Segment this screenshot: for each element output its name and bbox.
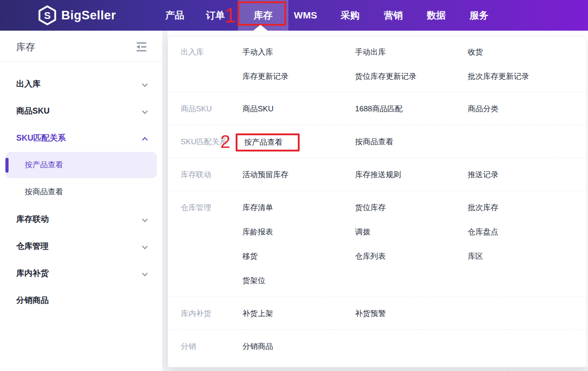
sidebar-item-distribution-goods[interactable]: 分销商品 <box>0 287 162 314</box>
background-table-line <box>507 367 507 371</box>
megamenu-section-warehouse-management: 仓库管理 库存清单 货位库存 批次库存 库龄报表 调拨 仓库盘点 移货 仓库列表… <box>168 191 586 297</box>
logo[interactable]: S BigSeller <box>38 0 116 31</box>
sidebar-item-replenishment[interactable]: 库内补货 <box>0 260 162 287</box>
megamenu-item-batch-stock[interactable]: 批次库存 <box>468 201 586 215</box>
megamenu-item-activity-reserved-stock[interactable]: 活动预留库存 <box>242 168 355 182</box>
selected-item-accent-bar <box>5 158 9 173</box>
megamenu-item-replenishment-shelving[interactable]: 补货上架 <box>242 307 355 321</box>
sidebar-item-inbound-outbound[interactable]: 出入库 <box>0 70 162 97</box>
megamenu-section-distribution: 分销 分销商品 <box>168 330 586 367</box>
megamenu-item-batch-stock-update-records[interactable]: 批次库存更新记录 <box>468 70 586 83</box>
annotation-box-2: 按产品查看 <box>236 133 300 151</box>
section-label: 分销 <box>168 340 242 353</box>
megamenu-item-warehouse-area[interactable]: 库区 <box>468 250 586 263</box>
section-label: SKU匹配关系 <box>168 135 242 149</box>
sidebar-item-warehouse-management[interactable]: 仓库管理 <box>0 233 162 260</box>
sidebar-item-stock-linkage[interactable]: 库存联动 <box>0 206 162 233</box>
megamenu-item-stock-update-records[interactable]: 库存更新记录 <box>242 70 355 83</box>
top-nav: S BigSeller 产品 订单 库存 WMS 采购 营销 数据 服务 1 <box>0 0 588 31</box>
sidebar-title: 库存 <box>16 41 35 53</box>
section-label: 库内补货 <box>168 307 242 321</box>
chevron-down-icon <box>142 270 148 276</box>
nav-item-data[interactable]: 数据 <box>424 0 449 31</box>
megamenu-item-warehouse-list[interactable]: 仓库列表 <box>355 250 468 263</box>
sidebar-item-product-sku[interactable]: 商品SKU <box>0 97 162 124</box>
section-label: 商品SKU <box>168 102 242 116</box>
megamenu-item-product-category[interactable]: 商品分类 <box>468 102 586 116</box>
nav-item-services[interactable]: 服务 <box>466 0 492 31</box>
megamenu-item-stock-age-report[interactable]: 库龄报表 <box>242 225 355 239</box>
megamenu-item-slot-stock-update-records[interactable]: 货位库存更新记录 <box>355 70 468 83</box>
megamenu-item-distribution-goods[interactable]: 分销商品 <box>242 340 355 353</box>
sidebar: 库存 出入库 商品SKU SKU匹配关系 按产品查看 <box>0 31 162 371</box>
megamenu-item-move-goods[interactable]: 移货 <box>242 250 355 263</box>
megamenu-section-stock-linkage: 库存联动 活动预留库存 库存推送规则 推送记录 <box>168 158 586 191</box>
chevron-down-icon <box>142 216 148 222</box>
section-label: 库存联动 <box>168 168 242 182</box>
megamenu-item-stock-push-rules[interactable]: 库存推送规则 <box>355 168 468 182</box>
megamenu-item-replenishment-alert[interactable]: 补货预警 <box>355 307 468 321</box>
megamenu-item-slot-stock[interactable]: 货位库存 <box>355 201 468 215</box>
nav-item-purchase[interactable]: 采购 <box>337 0 363 31</box>
nav-item-products[interactable]: 产品 <box>162 0 187 31</box>
megamenu-section-sku-matching: SKU匹配关系 按产品查看 按商品查看 2 <box>168 125 586 158</box>
sidebar-header: 库存 <box>0 31 162 62</box>
nav-item-wms[interactable]: WMS <box>291 0 320 31</box>
chevron-down-icon <box>142 243 148 249</box>
megamenu-section-product-sku: 商品SKU 商品SKU 1688商品匹配 商品分类 <box>168 92 586 125</box>
background-table-line <box>408 367 408 371</box>
section-label: 出入库 <box>168 46 242 83</box>
chevron-up-icon <box>142 137 148 143</box>
inventory-mega-menu: 出入库 手动入库 手动出库 收货 库存更新记录 货位库存更新记录 批次库存更新记… <box>168 36 587 367</box>
dropdown-arrow-icon <box>253 25 268 31</box>
svg-text:S: S <box>44 10 51 21</box>
chevron-down-icon <box>142 108 148 114</box>
bigseller-logo-icon: S <box>38 5 57 26</box>
sidebar-subitem-view-by-goods[interactable]: 按商品查看 <box>0 179 162 206</box>
page-background-gap <box>162 31 168 371</box>
megamenu-item-push-records[interactable]: 推送记录 <box>468 168 586 182</box>
megamenu-item-stocktaking[interactable]: 仓库盘点 <box>468 225 586 239</box>
page-background-bottom <box>162 367 588 371</box>
megamenu-item-manual-inbound[interactable]: 手动入库 <box>242 46 355 59</box>
megamenu-section-inbound-outbound: 出入库 手动入库 手动出库 收货 库存更新记录 货位库存更新记录 批次库存更新记… <box>168 37 586 92</box>
megamenu-section-replenishment: 库内补货 补货上架 补货预警 <box>168 297 586 330</box>
sidebar-menu: 出入库 商品SKU SKU匹配关系 按产品查看 按商品查看 库存联动 仓库管理 <box>0 62 162 314</box>
megamenu-item-1688-matching[interactable]: 1688商品匹配 <box>355 102 468 116</box>
megamenu-item-stock-list[interactable]: 库存清单 <box>242 201 355 215</box>
sidebar-subitem-view-by-product[interactable]: 按产品查看 <box>0 151 162 179</box>
collapse-sidebar-icon[interactable] <box>134 41 149 53</box>
megamenu-item-view-by-goods[interactable]: 按商品查看 <box>355 135 468 149</box>
nav-item-marketing[interactable]: 营销 <box>381 0 406 31</box>
logo-text: BigSeller <box>61 9 116 23</box>
megamenu-item-shelf-slot[interactable]: 货架位 <box>242 274 355 288</box>
nav-item-orders[interactable]: 订单 <box>203 0 228 31</box>
chevron-down-icon <box>142 81 148 87</box>
megamenu-item-receiving[interactable]: 收货 <box>468 46 586 59</box>
megamenu-item-view-by-product[interactable]: 按产品查看 <box>242 135 355 149</box>
megamenu-item-manual-outbound[interactable]: 手动出库 <box>355 46 468 59</box>
sidebar-item-sku-matching[interactable]: SKU匹配关系 <box>0 124 162 151</box>
megamenu-item-transfer[interactable]: 调拨 <box>355 225 468 239</box>
megamenu-item-product-sku[interactable]: 商品SKU <box>242 102 355 116</box>
section-label: 仓库管理 <box>168 201 242 288</box>
